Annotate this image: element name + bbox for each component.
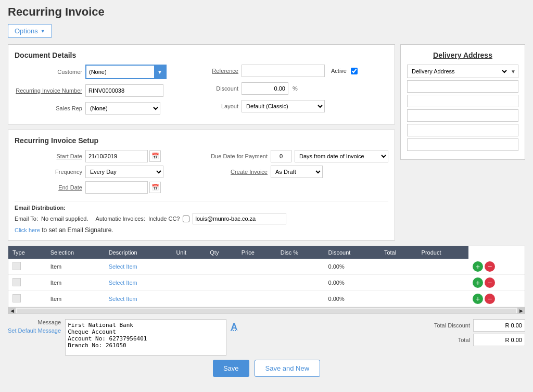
include-cc-checkbox[interactable]	[183, 216, 189, 222]
cell-description-2	[172, 291, 206, 307]
remove-row-button-0[interactable]: −	[485, 261, 495, 272]
remove-row-button-2[interactable]: −	[485, 294, 495, 304]
email-to-value: No email supplied.	[41, 216, 88, 222]
click-here-link[interactable]: Click here	[15, 227, 40, 233]
scroll-left-arrow[interactable]: ◀	[8, 308, 16, 314]
cell-discount-0	[380, 259, 417, 275]
email-dist-title: Email Distribution:	[15, 205, 388, 211]
col-header-description: Description	[105, 246, 172, 259]
discount-percent-suffix: %	[293, 85, 298, 92]
create-invoice-select[interactable]: As Draft	[271, 166, 323, 178]
total-label: Total	[423, 337, 470, 343]
create-invoice-label: Create Invoice	[195, 169, 268, 175]
cell-type-0: Item	[46, 259, 105, 275]
cell-total-1	[417, 275, 468, 291]
cell-total-0	[417, 259, 468, 275]
font-icon[interactable]: A	[231, 322, 237, 333]
delivery-address-select-wrapper: Delivery Address ▼	[407, 65, 518, 78]
frequency-label: Frequency	[15, 169, 82, 175]
cell-disc-pct-0: 0.00%	[324, 259, 380, 275]
cell-qty-1	[237, 275, 276, 291]
table-row: Item Select Item 0.00% + −	[8, 275, 525, 291]
start-date-label: Start Date	[15, 153, 82, 159]
add-row-button-2[interactable]: +	[473, 294, 483, 304]
cell-unit-0	[206, 259, 237, 275]
total-discount-label: Total Discount	[423, 322, 470, 328]
end-date-calendar-icon[interactable]: 📅	[149, 182, 161, 193]
start-date-calendar-icon[interactable]: 📅	[149, 150, 161, 162]
cell-product-1: + −	[468, 275, 525, 291]
frequency-select[interactable]: Every Day	[85, 166, 163, 178]
setup-title: Recurring Invoice Setup	[15, 136, 388, 145]
col-header-type: Type	[8, 246, 46, 259]
options-button[interactable]: Options	[8, 24, 52, 38]
delivery-line1[interactable]	[407, 80, 518, 93]
end-date-wrapper: 📅	[85, 181, 161, 194]
delivery-line3[interactable]	[407, 109, 518, 122]
end-date-label: End Date	[15, 184, 82, 191]
include-cc-label: Include CC?	[148, 216, 180, 222]
message-textarea[interactable]: First National Bank Cheque Account Accou…	[65, 319, 226, 356]
save-button[interactable]: Save	[213, 360, 249, 377]
set-default-message-link[interactable]: Set Default Message	[8, 327, 61, 334]
page-title: Recurring Invoice	[8, 5, 525, 19]
reference-label: Reference	[171, 68, 238, 74]
layout-label: Layout	[171, 103, 238, 109]
email-cc-input[interactable]	[193, 213, 286, 224]
add-row-button-0[interactable]: +	[473, 261, 483, 272]
active-checkbox[interactable]	[351, 68, 358, 74]
cell-icon-0	[8, 259, 46, 275]
payment-days-select[interactable]: Days from date of Invoice	[295, 150, 388, 162]
layout-select[interactable]: Default (Classic)	[242, 100, 325, 112]
delivery-address-select[interactable]: Delivery Address	[408, 65, 509, 78]
cell-discount-1	[380, 275, 417, 291]
cell-selection-0[interactable]: Select Item	[105, 259, 172, 275]
scroll-right-arrow[interactable]: ▶	[517, 308, 525, 314]
total-discount-input	[473, 319, 525, 332]
col-header-price: Price	[237, 246, 276, 259]
add-row-button-1[interactable]: +	[473, 277, 483, 288]
cell-price-0	[276, 259, 324, 275]
customer-wrapper: ▼	[85, 65, 167, 79]
col-header-selection: Selection	[46, 246, 105, 259]
cell-disc-pct-2: 0.00%	[324, 291, 380, 307]
customer-input[interactable]	[86, 66, 154, 78]
salesrep-select[interactable]: (None)	[85, 102, 160, 115]
cell-icon-2	[8, 291, 46, 307]
due-date-days-input[interactable]	[271, 150, 291, 162]
active-label: Active	[331, 68, 347, 74]
col-header-discount: Discount	[324, 246, 380, 259]
total-input	[473, 334, 525, 346]
table-row: Item Select Item 0.00% + −	[8, 259, 525, 275]
email-to-label: Email To:	[15, 216, 38, 222]
rinv-number-input[interactable]	[85, 84, 163, 97]
cell-selection-1[interactable]: Select Item	[105, 275, 172, 291]
discount-label: Discount	[171, 85, 238, 92]
email-sig-text: to set an Email Signature.	[42, 226, 113, 234]
remove-row-button-1[interactable]: −	[485, 277, 495, 288]
discount-input[interactable]	[242, 82, 288, 95]
save-and-new-button[interactable]: Save and New	[255, 360, 321, 377]
start-date-wrapper: 📅	[85, 150, 161, 162]
table-scrollbar[interactable]: ◀ ▶	[8, 307, 525, 313]
delivery-address-title: Delivery Address	[407, 51, 518, 59]
col-header-qty: Qty	[206, 246, 237, 259]
delivery-line4[interactable]	[407, 124, 518, 136]
cell-selection-2[interactable]: Select Item	[105, 291, 172, 307]
cell-icon-1	[8, 275, 46, 291]
cell-unit-2	[206, 291, 237, 307]
end-date-input[interactable]	[85, 181, 148, 194]
cell-description-1	[172, 275, 206, 291]
cell-product-0: + −	[468, 259, 525, 275]
cell-total-2	[417, 291, 468, 307]
delivery-line2[interactable]	[407, 95, 518, 107]
delivery-line5[interactable]	[407, 138, 518, 151]
start-date-input[interactable]	[85, 150, 148, 162]
reference-input[interactable]	[242, 65, 325, 77]
cell-type-2: Item	[46, 291, 105, 307]
cell-product-2: + −	[468, 291, 525, 307]
cell-qty-2	[237, 291, 276, 307]
cell-price-1	[276, 275, 324, 291]
salesrep-label: Sales Rep	[15, 105, 82, 111]
rinv-number-label: Recurring Invoice Number	[15, 87, 82, 94]
